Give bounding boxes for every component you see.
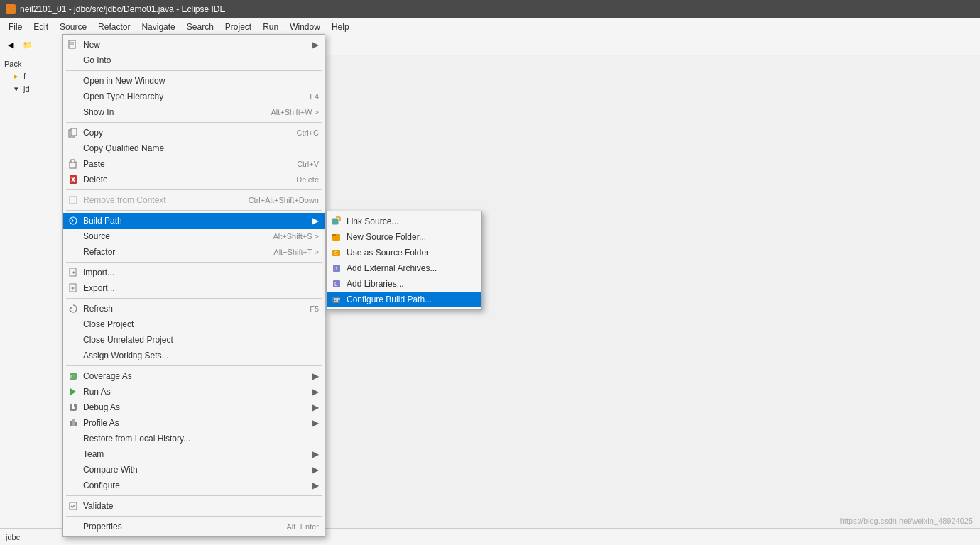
ctx-open-type-hierarchy-shortcut: F4 [310, 92, 319, 101]
sub-add-external-archives-label: Add External Archives... [347, 263, 476, 273]
folder-icon: ▸ [11, 71, 21, 81]
ctx-open-type-hierarchy[interactable]: Open Type Hierarchy F4 [63, 89, 325, 104]
use-source-folder-icon: S [331, 247, 342, 258]
ctx-delete[interactable]: Delete Delete [63, 172, 325, 187]
separator-9 [66, 516, 322, 517]
ctx-export[interactable]: Export... [63, 280, 325, 296]
ctx-import[interactable]: Import... [63, 265, 325, 280]
ctx-copy-label: Copy [83, 128, 283, 138]
ctx-import-label: Import... [83, 268, 319, 277]
ctx-restore-history[interactable]: Restore from Local History... [63, 431, 325, 446]
sub-use-source-folder[interactable]: S Use as Source Folder [327, 245, 481, 260]
svg-rect-12 [332, 219, 338, 224]
ctx-new[interactable]: New ▶ [63, 37, 325, 53]
sub-link-source[interactable]: Link Source... [327, 214, 481, 229]
toolbar-back-btn[interactable]: ◀ [3, 38, 18, 53]
ctx-build-path[interactable]: Build Path ▶ Link Source... New Source F… [63, 213, 325, 229]
ctx-properties-label: Properties [83, 522, 272, 532]
ctx-source[interactable]: Source Alt+Shift+S > [63, 229, 325, 244]
sub-configure-build-path[interactable]: BP Configure Build Path... [327, 292, 481, 307]
ctx-delete-shortcut: Delete [296, 175, 319, 184]
sub-add-libraries-label: Add Libraries... [347, 279, 476, 289]
delete-icon [67, 174, 79, 185]
ctx-team-arrow: ▶ [312, 449, 319, 459]
ctx-restore-history-label: Restore from Local History... [83, 434, 319, 444]
ctx-show-in-shortcut: Alt+Shift+W > [271, 108, 319, 116]
ctx-compare-with[interactable]: Compare With ▶ [63, 462, 325, 478]
ctx-debug-as[interactable]: Debug As ▶ [63, 400, 325, 415]
tree-label-jd: jd [23, 84, 30, 93]
new-source-folder-icon [331, 231, 342, 243]
ctx-compare-arrow: ▶ [312, 465, 319, 475]
build-path-submenu: Link Source... New Source Folder... S Us… [326, 211, 482, 310]
toolbar-nav-btn[interactable]: 📁 [20, 38, 36, 53]
paste-icon [67, 158, 79, 170]
menu-navigate[interactable]: Navigate [136, 18, 180, 35]
ctx-validate[interactable]: Validate [63, 498, 325, 514]
menu-source[interactable]: Source [54, 18, 92, 35]
ctx-close-project[interactable]: Close Project [63, 316, 325, 332]
sub-use-source-folder-label: Use as Source Folder [347, 248, 476, 258]
svg-rect-39 [72, 419, 75, 426]
context-menu: New ▶ Go Into Open in New Window Open Ty… [62, 34, 325, 537]
svg-rect-37 [72, 404, 74, 407]
status-text: jdbc [6, 533, 20, 541]
ctx-open-new-window[interactable]: Open in New Window [63, 73, 325, 89]
title-text: neil2101_01 - jdbc/src/jdbc/Demo01.java … [20, 4, 225, 14]
ctx-paste-shortcut: Ctrl+V [297, 160, 319, 168]
ctx-refactor[interactable]: Refactor Alt+Shift+T > [63, 244, 325, 260]
add-libraries-icon: L [331, 278, 342, 290]
svg-text:C: C [70, 373, 75, 380]
ctx-coverage-arrow: ▶ [312, 371, 319, 381]
ctx-show-in[interactable]: Show In Alt+Shift+W > [63, 104, 325, 120]
ctx-copy[interactable]: Copy Ctrl+C [63, 125, 325, 141]
sub-add-libraries[interactable]: L Add Libraries... [327, 276, 481, 292]
run-icon [67, 386, 79, 397]
refresh-icon [67, 303, 79, 314]
ctx-coverage-as-label: Coverage As [83, 371, 310, 381]
sub-add-external-archives[interactable]: J Add External Archives... [327, 260, 481, 276]
menu-file[interactable]: File [3, 18, 28, 35]
menu-refactor[interactable]: Refactor [92, 18, 136, 35]
svg-text:BP: BP [334, 297, 341, 302]
sub-link-source-label: Link Source... [347, 216, 476, 226]
menu-window[interactable]: Window [284, 18, 326, 35]
ctx-remove-context-shortcut: Ctrl+Alt+Shift+Down [249, 196, 319, 204]
ctx-assign-working-sets[interactable]: Assign Working Sets... [63, 348, 325, 363]
ctx-build-path-label: Build Path [83, 216, 310, 226]
ctx-team[interactable]: Team ▶ [63, 446, 325, 462]
ctx-configure[interactable]: Configure ▶ [63, 478, 325, 493]
configure-build-path-icon: BP [331, 294, 342, 305]
panel-tab-pack[interactable]: Pack [0, 58, 67, 70]
ctx-validate-label: Validate [83, 501, 319, 511]
copy-icon [67, 127, 79, 138]
import-icon [67, 267, 79, 278]
ctx-paste[interactable]: Paste Ctrl+V [63, 156, 325, 172]
ctx-go-into[interactable]: Go Into [63, 53, 325, 68]
tree-item-jd[interactable]: ▾ jd [0, 82, 67, 95]
ctx-close-unrelated-label: Close Unrelated Project [83, 335, 319, 345]
ctx-build-path-arrow: ▶ [312, 216, 319, 226]
svg-marker-30 [71, 287, 73, 290]
ctx-profile-as[interactable]: Profile As ▶ [63, 415, 325, 431]
ctx-coverage-as[interactable]: C Coverage As ▶ [63, 368, 325, 384]
ctx-copy-qualified[interactable]: Copy Qualified Name [63, 141, 325, 156]
menu-run[interactable]: Run [257, 18, 284, 35]
ctx-close-unrelated[interactable]: Close Unrelated Project [63, 332, 325, 348]
sub-new-source-folder[interactable]: New Source Folder... [327, 229, 481, 245]
menu-help[interactable]: Help [326, 18, 355, 35]
menu-project[interactable]: Project [219, 18, 257, 35]
new-icon [67, 39, 79, 50]
tree-item-f[interactable]: ▸ f [0, 70, 67, 82]
ctx-run-as[interactable]: Run As ▶ [63, 384, 325, 400]
ctx-refresh[interactable]: Refresh F5 [63, 301, 325, 316]
coverage-icon: C [67, 370, 79, 382]
menu-edit[interactable]: Edit [28, 18, 54, 35]
ctx-properties[interactable]: Properties Alt+Enter [63, 519, 325, 534]
ctx-refresh-label: Refresh [83, 304, 295, 314]
menu-search[interactable]: Search [181, 18, 219, 35]
ctx-profile-arrow: ▶ [312, 418, 319, 428]
svg-rect-40 [75, 422, 77, 426]
menu-bar: File Edit Source Refactor Navigate Searc… [0, 18, 980, 35]
ctx-new-arrow: ▶ [312, 40, 319, 50]
